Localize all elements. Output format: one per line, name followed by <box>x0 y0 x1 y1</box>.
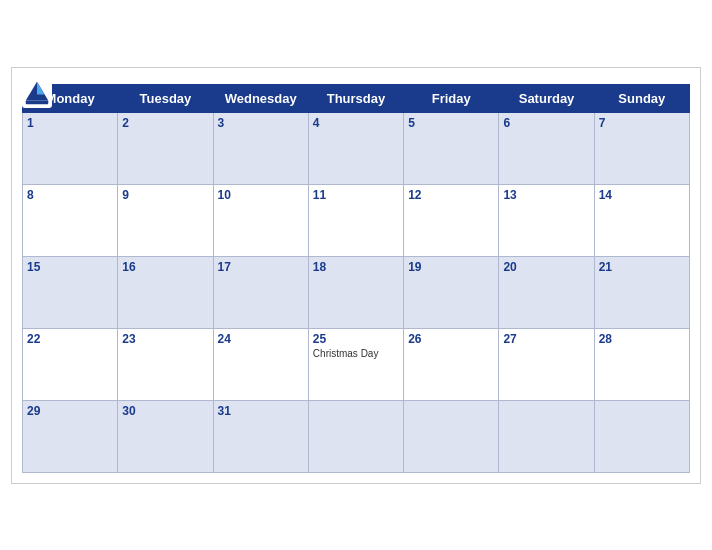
calendar-cell <box>594 400 689 472</box>
day-number: 30 <box>122 404 208 418</box>
day-number: 25 <box>313 332 399 346</box>
calendar-cell <box>404 400 499 472</box>
calendar-cell: 2 <box>118 112 213 184</box>
day-number: 4 <box>313 116 399 130</box>
calendar-tbody: 1234567891011121314151617181920212223242… <box>23 112 690 472</box>
calendar-cell: 3 <box>213 112 308 184</box>
calendar-cell: 5 <box>404 112 499 184</box>
calendar-cell: 7 <box>594 112 689 184</box>
day-number: 9 <box>122 188 208 202</box>
calendar-table: MondayTuesdayWednesdayThursdayFridaySatu… <box>22 84 690 473</box>
week-row-4: 22232425Christmas Day262728 <box>23 328 690 400</box>
calendar-cell: 11 <box>308 184 403 256</box>
day-number: 8 <box>27 188 113 202</box>
weekday-header-thursday: Thursday <box>308 84 403 112</box>
calendar-cell: 12 <box>404 184 499 256</box>
week-row-1: 1234567 <box>23 112 690 184</box>
day-number: 15 <box>27 260 113 274</box>
calendar-cell: 30 <box>118 400 213 472</box>
calendar-cell: 24 <box>213 328 308 400</box>
day-number: 31 <box>218 404 304 418</box>
calendar-cell: 18 <box>308 256 403 328</box>
day-number: 24 <box>218 332 304 346</box>
calendar-cell: 21 <box>594 256 689 328</box>
day-number: 7 <box>599 116 685 130</box>
day-number: 10 <box>218 188 304 202</box>
calendar-cell: 14 <box>594 184 689 256</box>
day-number: 29 <box>27 404 113 418</box>
calendar-cell: 19 <box>404 256 499 328</box>
day-number: 20 <box>503 260 589 274</box>
calendar-cell: 23 <box>118 328 213 400</box>
week-row-2: 891011121314 <box>23 184 690 256</box>
logo-area <box>22 78 56 108</box>
day-number: 12 <box>408 188 494 202</box>
weekday-header-saturday: Saturday <box>499 84 594 112</box>
day-number: 14 <box>599 188 685 202</box>
calendar-cell <box>499 400 594 472</box>
calendar-cell: 4 <box>308 112 403 184</box>
svg-rect-3 <box>26 100 49 104</box>
calendar-thead: MondayTuesdayWednesdayThursdayFridaySatu… <box>23 84 690 112</box>
day-number: 16 <box>122 260 208 274</box>
day-number: 11 <box>313 188 399 202</box>
week-row-5: 293031 <box>23 400 690 472</box>
calendar-cell: 27 <box>499 328 594 400</box>
calendar-cell: 8 <box>23 184 118 256</box>
calendar-cell: 31 <box>213 400 308 472</box>
day-number: 13 <box>503 188 589 202</box>
calendar-cell: 6 <box>499 112 594 184</box>
day-number: 19 <box>408 260 494 274</box>
weekday-header-friday: Friday <box>404 84 499 112</box>
weekday-header-row: MondayTuesdayWednesdayThursdayFridaySatu… <box>23 84 690 112</box>
calendar-cell: 9 <box>118 184 213 256</box>
calendar-cell <box>308 400 403 472</box>
day-number: 27 <box>503 332 589 346</box>
day-number: 23 <box>122 332 208 346</box>
calendar-cell: 17 <box>213 256 308 328</box>
calendar-cell: 29 <box>23 400 118 472</box>
day-number: 17 <box>218 260 304 274</box>
logo-icon <box>22 78 52 108</box>
calendar-cell: 22 <box>23 328 118 400</box>
day-number: 3 <box>218 116 304 130</box>
day-number: 26 <box>408 332 494 346</box>
calendar-cell: 16 <box>118 256 213 328</box>
calendar-cell: 10 <box>213 184 308 256</box>
day-number: 22 <box>27 332 113 346</box>
calendar-cell: 1 <box>23 112 118 184</box>
day-number: 21 <box>599 260 685 274</box>
weekday-header-wednesday: Wednesday <box>213 84 308 112</box>
holiday-label: Christmas Day <box>313 348 399 359</box>
calendar-cell: 13 <box>499 184 594 256</box>
calendar-cell: 26 <box>404 328 499 400</box>
day-number: 1 <box>27 116 113 130</box>
weekday-header-sunday: Sunday <box>594 84 689 112</box>
day-number: 5 <box>408 116 494 130</box>
day-number: 28 <box>599 332 685 346</box>
calendar-cell: 20 <box>499 256 594 328</box>
day-number: 18 <box>313 260 399 274</box>
day-number: 6 <box>503 116 589 130</box>
week-row-3: 15161718192021 <box>23 256 690 328</box>
day-number: 2 <box>122 116 208 130</box>
calendar-container: MondayTuesdayWednesdayThursdayFridaySatu… <box>11 67 701 484</box>
calendar-cell: 28 <box>594 328 689 400</box>
weekday-header-tuesday: Tuesday <box>118 84 213 112</box>
calendar-cell: 25Christmas Day <box>308 328 403 400</box>
calendar-cell: 15 <box>23 256 118 328</box>
